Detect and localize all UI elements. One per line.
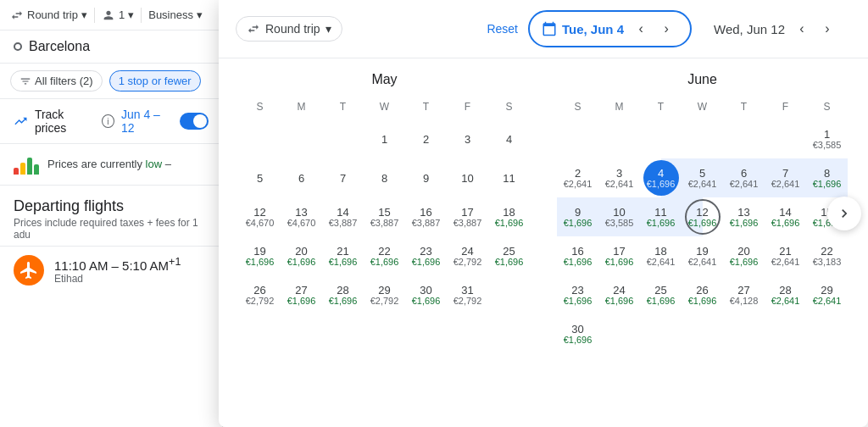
- calendar-day[interactable]: 4: [488, 119, 530, 158]
- calendar-day[interactable]: 24€2,792: [447, 236, 488, 275]
- calendar-day[interactable]: 5: [239, 158, 281, 197]
- calendar-day[interactable]: 14€3,887: [322, 197, 364, 236]
- calendar-day[interactable]: 12€4,670: [239, 197, 281, 236]
- calendar-day[interactable]: 3€2,641: [598, 158, 640, 197]
- day-number: 16: [420, 207, 431, 218]
- calendar-day[interactable]: 29€2,792: [364, 275, 405, 314]
- calendar-day[interactable]: 25€1,696: [488, 236, 530, 275]
- day-number: 24: [461, 246, 473, 257]
- calendar-day[interactable]: 8: [364, 158, 405, 197]
- calendar-day[interactable]: 6€2,641: [723, 158, 765, 197]
- calendar-day[interactable]: 17€1,696: [598, 236, 640, 275]
- day-price: €1,696: [329, 258, 358, 267]
- date1-next-button[interactable]: ›: [654, 17, 678, 41]
- calendar-day[interactable]: 31€2,792: [447, 275, 488, 314]
- day-price: €1,696: [564, 336, 593, 345]
- calendar-day[interactable]: 26€2,792: [239, 275, 281, 314]
- calendar-day[interactable]: 15€3,887: [364, 197, 405, 236]
- all-filters-button[interactable]: All filters (2): [10, 70, 103, 92]
- date2-prev-button[interactable]: ‹: [790, 17, 814, 41]
- day-number: 4: [658, 168, 664, 179]
- calendar-day[interactable]: 13€1,696: [723, 197, 765, 236]
- calendar-day[interactable]: 2: [405, 119, 447, 158]
- calendar-trip-chevron: ▾: [326, 22, 331, 36]
- date1-pill[interactable]: Tue, Jun 4 ‹ ›: [528, 10, 692, 47]
- calendar-day: [281, 119, 322, 158]
- day-number: 23: [571, 285, 583, 296]
- day-of-week: F: [447, 97, 488, 119]
- calendar-day[interactable]: 16€1,696: [557, 236, 598, 275]
- calendar-day: [765, 314, 806, 353]
- cabin-class-selector[interactable]: Business ▾: [148, 8, 203, 21]
- date2-next-button[interactable]: ›: [815, 17, 839, 41]
- top-bar: Round trip ▾ 1 ▾ Business ▾: [0, 0, 222, 30]
- calendar-day[interactable]: 30€1,696: [557, 314, 598, 353]
- calendar-day[interactable]: 5€2,641: [682, 158, 723, 197]
- calendar-day[interactable]: 25€1,696: [640, 275, 682, 314]
- day-number: 3: [465, 134, 470, 145]
- calendar-day[interactable]: 13€4,670: [281, 197, 322, 236]
- calendar-day: [239, 119, 281, 158]
- calendar-day[interactable]: 3: [447, 119, 488, 158]
- calendar-day[interactable]: 7: [322, 158, 364, 197]
- track-prices-info[interactable]: i: [102, 114, 114, 128]
- calendar-day[interactable]: 9€1,696: [557, 197, 598, 236]
- passengers-chevron: ▾: [128, 8, 134, 21]
- calendar-day[interactable]: 20€1,696: [281, 236, 322, 275]
- calendar-day[interactable]: 19€2,641: [682, 236, 723, 275]
- calendar-day[interactable]: 23€1,696: [405, 236, 447, 275]
- flight-time: 11:10 AM – 5:10 AM+1: [54, 256, 209, 273]
- calendar-day[interactable]: 1€3,585: [806, 119, 848, 158]
- calendar-day[interactable]: 27€1,696: [281, 275, 322, 314]
- calendar-day[interactable]: 17€3,887: [447, 197, 488, 236]
- day-price: €1,696: [564, 258, 593, 267]
- calendar-day[interactable]: 8€1,696: [806, 158, 848, 197]
- calendar-day[interactable]: 4€1,696: [640, 158, 682, 197]
- calendar-day[interactable]: 24€1,696: [598, 275, 640, 314]
- search-box: Barcelona: [0, 30, 222, 64]
- calendar-day[interactable]: 16€3,887: [405, 197, 447, 236]
- trip-type-selector[interactable]: Round trip ▾: [10, 8, 87, 22]
- calendar-day[interactable]: 18€2,641: [640, 236, 682, 275]
- reset-button[interactable]: Reset: [487, 22, 518, 36]
- next-month-arrow[interactable]: [827, 197, 861, 230]
- calendar-day[interactable]: 18€1,696: [488, 197, 530, 236]
- calendar-day[interactable]: 11: [488, 158, 530, 197]
- day-price: €1,696: [495, 258, 524, 267]
- flight-item[interactable]: 11:10 AM – 5:10 AM+1 Etihad: [0, 246, 222, 294]
- calendar-day[interactable]: 7€2,641: [765, 158, 806, 197]
- calendar-day[interactable]: 23€1,696: [557, 275, 598, 314]
- calendar-day[interactable]: 1: [364, 119, 405, 158]
- day-number: 6: [741, 168, 747, 179]
- calendar-day[interactable]: 19€1,696: [239, 236, 281, 275]
- calendar-day: [557, 119, 598, 158]
- calendar-day[interactable]: 30€1,696: [405, 275, 447, 314]
- calendar-day[interactable]: 26€1,696: [682, 275, 723, 314]
- calendar-day[interactable]: 10: [447, 158, 488, 197]
- stop-filter-button[interactable]: 1 stop or fewer: [109, 70, 201, 92]
- calendar-day[interactable]: 11€1,696: [640, 197, 682, 236]
- calendar-day[interactable]: 10€3,585: [598, 197, 640, 236]
- calendar-day[interactable]: 9: [405, 158, 447, 197]
- calendar-day[interactable]: 14€1,696: [765, 197, 806, 236]
- calendar-day[interactable]: 2€2,641: [557, 158, 598, 197]
- calendar-trip-type[interactable]: Round trip ▾: [236, 16, 342, 42]
- calendar-day[interactable]: 22€1,696: [364, 236, 405, 275]
- track-prices-toggle[interactable]: [180, 113, 209, 130]
- calendar-day[interactable]: 29€2,641: [806, 275, 848, 314]
- calendar-day[interactable]: 12€1,696: [682, 197, 723, 236]
- date1-prev-button[interactable]: ‹: [629, 17, 653, 41]
- passengers-selector[interactable]: 1 ▾: [102, 8, 134, 22]
- calendar-day[interactable]: 28€1,696: [322, 275, 364, 314]
- calendar-day[interactable]: 21€1,696: [322, 236, 364, 275]
- day-number: 9: [423, 173, 429, 184]
- calendar-day[interactable]: 21€2,641: [765, 236, 806, 275]
- calendar-day[interactable]: 22€3,183: [806, 236, 848, 275]
- calendar-day[interactable]: 27€4,128: [723, 275, 765, 314]
- calendar-day[interactable]: 6: [281, 158, 322, 197]
- day-price: €1,696: [647, 180, 676, 189]
- day-price: €2,641: [647, 258, 676, 267]
- calendar-day[interactable]: 20€1,696: [723, 236, 765, 275]
- calendar-day[interactable]: 28€2,641: [765, 275, 806, 314]
- date2-pill[interactable]: Wed, Jun 12 ‹ ›: [702, 12, 851, 46]
